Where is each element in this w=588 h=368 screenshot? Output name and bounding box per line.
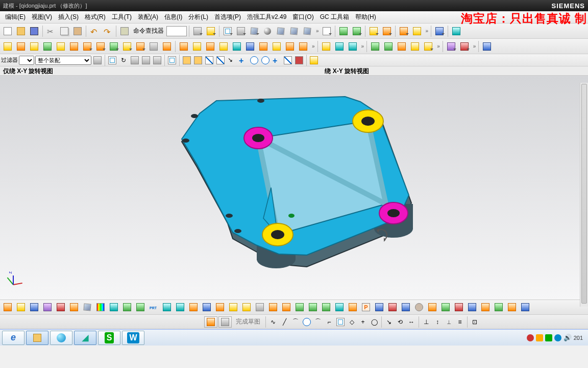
snap-btn[interactable] bbox=[182, 55, 192, 65]
sel-btn[interactable] bbox=[167, 55, 177, 65]
menu-haoqiang[interactable]: 浩强工具v2.49 bbox=[244, 11, 289, 23]
bb-btn[interactable] bbox=[121, 301, 133, 313]
feat-btn[interactable] bbox=[409, 40, 421, 53]
command-finder-button[interactable] bbox=[118, 25, 131, 37]
tray-icon[interactable] bbox=[554, 334, 561, 341]
bb-btn[interactable] bbox=[240, 301, 253, 313]
copy-button[interactable] bbox=[58, 25, 70, 37]
bb-btn[interactable] bbox=[214, 301, 226, 313]
feat-btn[interactable] bbox=[244, 40, 256, 53]
tb-right-2[interactable] bbox=[450, 25, 462, 37]
tray-icon[interactable] bbox=[536, 334, 543, 341]
tb-color-swatch[interactable] bbox=[321, 25, 333, 37]
task-wps-s[interactable]: S bbox=[98, 331, 120, 345]
sk-btn[interactable]: ↕ bbox=[432, 317, 443, 327]
tray-icon[interactable] bbox=[527, 334, 534, 341]
sk-btn[interactable]: ⌐ bbox=[324, 317, 334, 327]
menu-format[interactable]: 格式(R) bbox=[82, 11, 109, 23]
bb-btn[interactable] bbox=[227, 301, 239, 313]
sketch-play[interactable] bbox=[204, 316, 217, 328]
tb-asm-6[interactable] bbox=[411, 25, 423, 37]
bb-btn[interactable] bbox=[439, 301, 452, 313]
bb-btn[interactable] bbox=[55, 301, 67, 313]
tb-generic-2[interactable] bbox=[205, 25, 217, 37]
tb-grid-style[interactable] bbox=[222, 25, 234, 37]
sk-btn[interactable]: ◇ bbox=[347, 317, 357, 327]
tb-asm-4[interactable] bbox=[381, 25, 393, 37]
bb-btn[interactable] bbox=[293, 301, 306, 313]
feat-btn[interactable] bbox=[148, 40, 160, 53]
bb-btn[interactable] bbox=[506, 301, 518, 313]
feat-btn[interactable] bbox=[217, 40, 230, 53]
snap-btn[interactable] bbox=[294, 55, 304, 65]
tb-shade-3[interactable] bbox=[288, 25, 300, 37]
tb-shade-1[interactable] bbox=[261, 25, 274, 37]
sel-btn[interactable] bbox=[107, 55, 117, 65]
menu-prefs[interactable]: 首选项(P) bbox=[211, 11, 244, 23]
feat-btn[interactable] bbox=[458, 40, 471, 53]
viewport[interactable] bbox=[0, 76, 588, 300]
tray-clock[interactable]: 201 bbox=[574, 335, 583, 341]
feat-btn[interactable] bbox=[41, 40, 54, 53]
sel-btn[interactable] bbox=[141, 55, 151, 65]
overflow-icon[interactable]: » bbox=[314, 28, 320, 34]
snap-btn[interactable] bbox=[193, 55, 203, 65]
menu-insert[interactable]: 插入(S) bbox=[55, 11, 82, 23]
task-wps-w[interactable]: W bbox=[122, 331, 144, 345]
save-button[interactable] bbox=[28, 25, 40, 37]
feat-btn[interactable] bbox=[81, 40, 93, 53]
tb-render-1[interactable] bbox=[235, 25, 247, 37]
bb-btn[interactable] bbox=[479, 301, 492, 313]
overflow-icon[interactable]: » bbox=[424, 28, 429, 34]
tb-asm-2[interactable] bbox=[351, 25, 363, 37]
sk-btn[interactable]: ↔ bbox=[406, 317, 416, 327]
feat-btn[interactable] bbox=[108, 40, 120, 53]
bb-btn[interactable] bbox=[161, 301, 173, 313]
menu-help[interactable]: 帮助(H) bbox=[352, 11, 379, 23]
bb-btn[interactable] bbox=[333, 301, 346, 313]
sk-line-btn[interactable]: ╱ bbox=[279, 317, 289, 327]
bb-btn[interactable] bbox=[28, 301, 40, 313]
bb-btn[interactable] bbox=[413, 301, 425, 313]
sk-btn[interactable]: ⌒ bbox=[313, 317, 323, 327]
feat-btn[interactable] bbox=[121, 40, 133, 53]
bb-btn[interactable] bbox=[254, 301, 266, 313]
new-button[interactable] bbox=[2, 25, 14, 37]
feat-btn[interactable] bbox=[204, 40, 216, 53]
bb-btn[interactable] bbox=[466, 301, 478, 313]
feat-btn[interactable] bbox=[347, 40, 359, 53]
snap-btn[interactable] bbox=[309, 55, 319, 65]
feat-btn[interactable] bbox=[2, 40, 14, 53]
overflow-icon[interactable]: » bbox=[360, 43, 365, 49]
cut-button[interactable] bbox=[45, 25, 57, 37]
feat-btn[interactable] bbox=[271, 40, 283, 53]
undo-button[interactable] bbox=[88, 25, 101, 37]
bb-btn[interactable] bbox=[320, 301, 332, 313]
feat-btn[interactable] bbox=[481, 40, 493, 53]
snap-btn[interactable] bbox=[204, 55, 214, 65]
bb-btn[interactable] bbox=[174, 301, 186, 313]
feat-btn[interactable] bbox=[320, 40, 332, 53]
bb-btn[interactable] bbox=[134, 301, 146, 313]
filter-select[interactable] bbox=[19, 56, 34, 65]
volume-icon[interactable]: 🔊 bbox=[564, 334, 572, 341]
sketch-stop[interactable] bbox=[218, 316, 232, 328]
snap-btn[interactable] bbox=[283, 55, 293, 65]
bb-btn[interactable] bbox=[280, 301, 292, 313]
assembly-select[interactable]: 整个装配 bbox=[35, 56, 91, 65]
tb-asm-1[interactable] bbox=[337, 25, 350, 37]
paste-button[interactable] bbox=[71, 25, 84, 37]
bb-btn[interactable] bbox=[347, 301, 359, 313]
sel-btn[interactable] bbox=[130, 55, 140, 65]
sk-btn[interactable]: ≡ bbox=[455, 317, 465, 327]
snap-btn[interactable] bbox=[272, 55, 282, 65]
menu-info[interactable]: 信息(I) bbox=[161, 11, 185, 23]
feat-btn[interactable] bbox=[284, 40, 296, 53]
sk-btn[interactable]: ∿ bbox=[268, 317, 278, 327]
feat-btn[interactable] bbox=[55, 40, 67, 53]
bb-btn[interactable] bbox=[426, 301, 438, 313]
bb-btn[interactable] bbox=[41, 301, 54, 313]
snap-btn[interactable] bbox=[260, 55, 271, 65]
bb-btn[interactable] bbox=[400, 301, 412, 313]
tb-asm-3[interactable] bbox=[368, 25, 380, 37]
